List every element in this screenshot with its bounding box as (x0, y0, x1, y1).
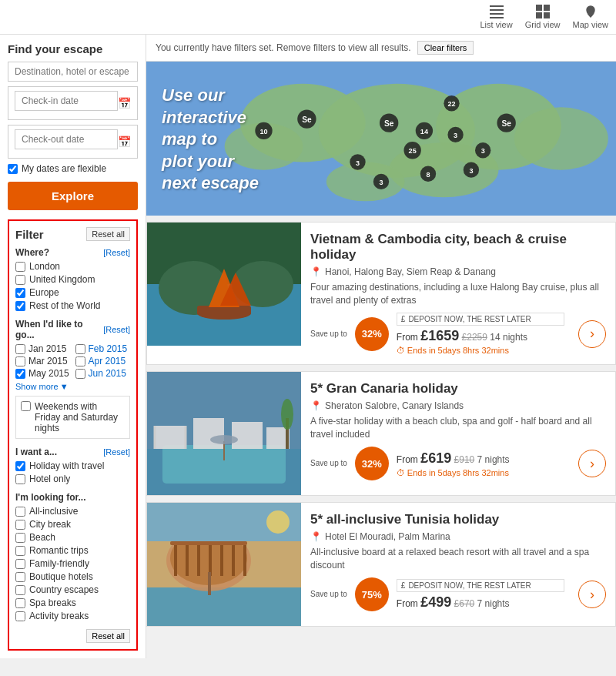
filter-row-label[interactable]: Rest of the World (29, 300, 100, 311)
filter-london-checkbox[interactable] (15, 262, 25, 272)
filter-reset-all-top[interactable]: Reset all (86, 227, 130, 241)
filter-family-checkbox[interactable] (15, 559, 25, 569)
deal-arrow-canaria[interactable]: › (578, 450, 606, 477)
price-details-canaria: From £619 £910 7 nights ⏱ Ends in 5days … (397, 450, 564, 477)
checkout-input[interactable] (15, 129, 118, 149)
filter-london-label[interactable]: London (29, 261, 60, 272)
filter-bottom-reset: Reset all (15, 629, 130, 643)
weekends-checkbox[interactable] (21, 401, 31, 411)
main-layout: Find your escape 📅 📅 My dates are flexib… (0, 35, 616, 658)
svg-point-8 (589, 8, 592, 12)
filter-spa-label[interactable]: Spa breaks (29, 597, 76, 608)
filter-europe-checkbox[interactable] (15, 288, 25, 298)
filter-feb-checkbox[interactable] (75, 344, 85, 354)
deal-desc-tunisia: All-inclusive board at a relaxed beach r… (310, 546, 606, 572)
svg-point-61 (210, 435, 238, 444)
filter-boutique: Boutique hotels (15, 571, 130, 582)
map-view-button[interactable]: Map view (573, 5, 608, 29)
nights-tunisia: 7 nights (477, 598, 510, 609)
deal-image-canaria: ✈ FLIGHTS INC (147, 372, 301, 495)
price-details-tunisia: £ DEPOSIT NOW, THE REST LATER From £499 … (397, 579, 564, 611)
deal-info-tunisia: 5* all-inclusive Tunisia holiday 📍 Hotel… (301, 503, 615, 626)
filter-mar-checkbox[interactable] (15, 356, 25, 366)
checkin-field[interactable]: 📅 (8, 86, 138, 120)
filter-jun-label[interactable]: Jun 2015 (89, 368, 126, 379)
filter-when-reset[interactable]: [Reset] (103, 325, 130, 334)
filter-apr-checkbox[interactable] (75, 356, 85, 366)
filter-boutique-label[interactable]: Boutique hotels (29, 571, 93, 582)
filter-uk-checkbox[interactable] (15, 275, 25, 285)
discount-badge-vietnam: 32% (355, 317, 389, 351)
checkin-input[interactable] (15, 91, 118, 111)
filter-beach: Beach (15, 532, 130, 543)
filter-hotel-only-checkbox[interactable] (15, 474, 25, 484)
filter-allinclusive-label[interactable]: All-inclusive (29, 506, 78, 517)
filter-mar-label[interactable]: Mar 2015 (28, 356, 68, 366)
filter-where-reset[interactable]: [Reset] (103, 248, 130, 257)
filter-jan-label[interactable]: Jan 2015 (28, 343, 66, 354)
svg-text:Se: Se (501, 119, 511, 128)
filter-europe-label[interactable]: Europe (29, 287, 59, 298)
deal-desc-canaria: A five-star holiday with a beach club, s… (310, 415, 606, 441)
grid-view-button[interactable]: Grid view (525, 5, 561, 29)
filter-activity-checkbox[interactable] (15, 611, 25, 621)
destination-input[interactable] (8, 62, 138, 82)
filter-reset-bottom[interactable]: Reset all (86, 629, 130, 643)
filter-holiday-travel-checkbox[interactable] (15, 461, 25, 471)
filter-may-label[interactable]: May 2015 (28, 368, 69, 379)
svg-text:3: 3 (356, 159, 360, 167)
flexible-dates-field: My dates are flexible (8, 163, 138, 174)
filter-jan-checkbox[interactable] (15, 344, 25, 354)
map-banner-text: Use ourinteractivemap toplot yournext es… (162, 85, 259, 195)
filter-spa-checkbox[interactable] (15, 598, 25, 608)
filter-spa: Spa breaks (15, 597, 130, 608)
filter-hotel-only-label[interactable]: Hotel only (29, 474, 70, 484)
filter-holiday-travel-label[interactable]: Holiday with travel (29, 460, 104, 471)
filter-row-checkbox[interactable] (15, 301, 25, 311)
flexible-dates-label[interactable]: My dates are flexible (22, 163, 106, 174)
discount-badge-tunisia: 75% (355, 577, 389, 611)
deal-arrow-tunisia[interactable]: › (578, 581, 606, 608)
deal-title-tunisia: 5* all-inclusive Tunisia holiday (310, 512, 606, 527)
filter-beach-label[interactable]: Beach (29, 532, 55, 543)
filter-uk-label[interactable]: United Kingdom (29, 274, 95, 285)
filter-activity-label[interactable]: Activity breaks (29, 611, 89, 621)
filter-country-label[interactable]: Country escapes (29, 584, 99, 595)
filter-family-label[interactable]: Family-friendly (29, 558, 89, 569)
filter-jun-checkbox[interactable] (75, 369, 85, 379)
filter-may-checkbox[interactable] (15, 369, 25, 379)
filter-uk: United Kingdom (15, 274, 130, 285)
filter-beach-checkbox[interactable] (15, 533, 25, 543)
filter-citybreak-label[interactable]: City break (29, 519, 71, 530)
svg-text:Se: Se (302, 115, 312, 124)
filter-apr-label[interactable]: Apr 2015 (89, 356, 126, 366)
svg-text:25: 25 (409, 147, 417, 155)
map-banner[interactable]: Se Se 14 3 25 3 3 8 Se (146, 62, 616, 216)
filter-citybreak-checkbox[interactable] (15, 520, 25, 530)
filter-boutique-checkbox[interactable] (15, 572, 25, 582)
svg-rect-54 (155, 426, 186, 449)
show-more-dates[interactable]: Show more ▼ (15, 382, 130, 391)
filter-want-reset[interactable]: [Reset] (103, 447, 130, 457)
filter-where-header: Where? [Reset] (15, 247, 130, 258)
filter-when-section: When I'd like to go... [Reset] Jan 2015 … (15, 319, 130, 439)
filter-mar: Mar 2015 (15, 356, 71, 366)
filter-country-checkbox[interactable] (15, 585, 25, 595)
checkout-field[interactable]: 📅 (8, 125, 138, 159)
filter-romantic-checkbox[interactable] (15, 546, 25, 556)
filter-where-title: Where? (15, 247, 49, 258)
deal-arrow-vietnam[interactable]: › (578, 320, 606, 348)
list-view-button[interactable]: List view (480, 5, 513, 29)
svg-point-78 (266, 510, 290, 534)
from-price-vietnam: From £1659 £2259 14 nights (397, 328, 564, 344)
explore-button[interactable]: Explore (8, 182, 138, 210)
filter-allinclusive-checkbox[interactable] (15, 507, 25, 517)
clear-filters-button[interactable]: Clear filters (417, 41, 474, 55)
filter-want-header: I want a... [Reset] (15, 447, 130, 457)
flexible-dates-checkbox[interactable] (8, 164, 18, 174)
filter-feb-label[interactable]: Feb 2015 (89, 343, 128, 354)
price-vietnam: £1659 (420, 328, 459, 343)
weekends-label[interactable]: Weekends with Friday and Saturday nights (35, 401, 125, 433)
from-price-tunisia: From £499 £670 7 nights (397, 594, 564, 611)
filter-romantic-label[interactable]: Romantic trips (29, 545, 89, 556)
